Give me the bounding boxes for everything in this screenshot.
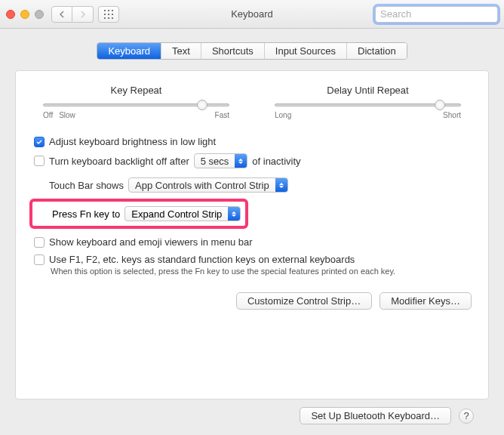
chevron-right-icon bbox=[80, 11, 86, 18]
content-area: Keyboard Text Shortcuts Input Sources Di… bbox=[0, 29, 504, 435]
backlight-off-checkbox[interactable] bbox=[34, 156, 45, 166]
delay-block: Delay Until Repeat Long Short bbox=[275, 85, 461, 119]
use-fkeys-label: Use F1, F2, etc. keys as standard functi… bbox=[49, 254, 355, 265]
show-all-button[interactable] bbox=[98, 6, 119, 23]
svg-rect-3 bbox=[104, 14, 106, 15]
backlight-off-row: Turn keyboard backlight off after 5 secs… bbox=[34, 153, 470, 168]
svg-rect-0 bbox=[104, 10, 106, 11]
use-fkeys-checkbox[interactable] bbox=[34, 255, 45, 265]
svg-rect-8 bbox=[112, 17, 113, 19]
show-viewers-row: Show keyboard and emoji viewers in menu … bbox=[34, 236, 470, 248]
tab-keyboard[interactable]: Keyboard bbox=[97, 43, 161, 59]
delay-slider[interactable] bbox=[275, 103, 461, 106]
customize-control-strip-button[interactable]: Customize Control Strip… bbox=[236, 292, 372, 310]
svg-rect-5 bbox=[112, 14, 113, 15]
search-input[interactable] bbox=[380, 8, 504, 20]
fn-key-value: Expand Control Strip bbox=[131, 208, 222, 220]
dropdown-caret-icon bbox=[235, 154, 247, 168]
touch-bar-value: App Controls with Control Strip bbox=[135, 180, 269, 191]
svg-rect-1 bbox=[108, 10, 109, 11]
adjust-brightness-label: Adjust keyboard brightness in low light bbox=[49, 136, 216, 147]
use-fkeys-row: Use F1, F2, etc. keys as standard functi… bbox=[34, 254, 470, 265]
chevron-left-icon bbox=[59, 11, 65, 18]
titlebar: Keyboard bbox=[0, 0, 504, 29]
svg-rect-7 bbox=[108, 17, 109, 19]
backlight-off-select[interactable]: 5 secs bbox=[194, 153, 248, 168]
help-button[interactable]: ? bbox=[459, 409, 474, 424]
tabstrip: Keyboard Text Shortcuts Input Sources Di… bbox=[97, 42, 407, 60]
svg-rect-2 bbox=[112, 10, 113, 11]
touch-bar-label: Touch Bar shows bbox=[49, 180, 124, 191]
tab-input-sources[interactable]: Input Sources bbox=[265, 43, 347, 59]
touch-bar-select[interactable]: App Controls with Control Strip bbox=[128, 177, 288, 193]
tab-dictation[interactable]: Dictation bbox=[347, 43, 407, 59]
show-viewers-label: Show keyboard and emoji viewers in menu … bbox=[49, 236, 253, 248]
minimize-icon[interactable] bbox=[20, 10, 29, 19]
delay-ticks: Long Short bbox=[275, 111, 461, 119]
footer: Set Up Bluetooth Keyboard… ? bbox=[15, 400, 489, 424]
slider-knob[interactable] bbox=[435, 100, 445, 110]
tab-bar: Keyboard Text Shortcuts Input Sources Di… bbox=[15, 42, 489, 60]
delay-label: Delay Until Repeat bbox=[327, 85, 408, 96]
fn-key-highlight: Press Fn key to Expand Control Strip bbox=[29, 199, 248, 229]
preferences-window: Keyboard Keyboard Text Shortcuts Input S… bbox=[0, 0, 504, 435]
touch-bar-row: Touch Bar shows App Controls with Contro… bbox=[34, 177, 470, 193]
tab-text[interactable]: Text bbox=[161, 43, 201, 59]
key-repeat-ticks: OffSlow Fast bbox=[43, 111, 229, 119]
backlight-off-label-pre: Turn keyboard backlight off after bbox=[49, 156, 189, 167]
search-field[interactable] bbox=[375, 6, 498, 23]
back-button[interactable] bbox=[51, 6, 72, 23]
nav-buttons bbox=[51, 6, 94, 23]
adjust-brightness-checkbox[interactable] bbox=[34, 137, 45, 147]
settings-panel: Key Repeat OffSlow Fast Delay Until Repe… bbox=[15, 70, 489, 400]
close-icon[interactable] bbox=[6, 10, 15, 19]
tab-shortcuts[interactable]: Shortcuts bbox=[201, 43, 265, 59]
options-list: Adjust keyboard brightness in low light … bbox=[34, 136, 470, 276]
dropdown-caret-icon bbox=[228, 207, 240, 221]
fn-key-label: Press Fn key to bbox=[52, 208, 120, 220]
key-repeat-slider[interactable] bbox=[43, 103, 229, 106]
svg-rect-6 bbox=[104, 17, 106, 19]
window-controls bbox=[6, 10, 44, 19]
backlight-off-label-post: of inactivity bbox=[252, 156, 300, 167]
forward-button[interactable] bbox=[72, 6, 94, 23]
check-icon bbox=[35, 138, 43, 146]
adjust-brightness-row: Adjust keyboard brightness in low light bbox=[34, 136, 470, 147]
modifier-keys-button[interactable]: Modifier Keys… bbox=[380, 292, 472, 310]
svg-rect-4 bbox=[108, 14, 109, 15]
key-repeat-block: Key Repeat OffSlow Fast bbox=[43, 85, 229, 119]
key-repeat-label: Key Repeat bbox=[111, 85, 162, 96]
sliders-row: Key Repeat OffSlow Fast Delay Until Repe… bbox=[43, 85, 461, 119]
backlight-off-value: 5 secs bbox=[201, 156, 229, 167]
fn-key-select[interactable]: Expand Control Strip bbox=[124, 206, 241, 221]
use-fkeys-hint: When this option is selected, press the … bbox=[51, 267, 470, 276]
show-viewers-checkbox[interactable] bbox=[34, 237, 45, 248]
zoom-icon bbox=[35, 10, 44, 19]
bluetooth-keyboard-button[interactable]: Set Up Bluetooth Keyboard… bbox=[300, 407, 451, 424]
dropdown-caret-icon bbox=[275, 178, 287, 192]
panel-buttons: Customize Control Strip… Modifier Keys… bbox=[32, 282, 472, 310]
grid-icon bbox=[104, 10, 113, 19]
slider-knob[interactable] bbox=[197, 100, 207, 110]
